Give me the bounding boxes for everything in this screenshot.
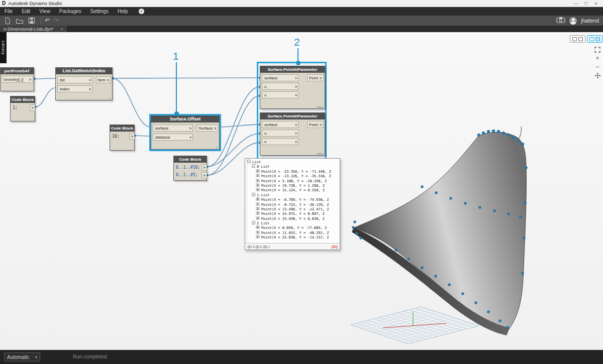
view-toggle-group [570, 35, 602, 43]
watch-item-row[interactable]: 1Point(X = -0.724, Y = -38.139, Z [247, 202, 339, 207]
port-surface-input[interactable]: surface> [262, 121, 298, 128]
collapse-icon[interactable]: − [252, 193, 255, 196]
background-preview-toggle[interactable] [587, 35, 602, 43]
port-code-output[interactable]: > [129, 133, 135, 140]
watch-group-row[interactable]: −0 List [247, 164, 339, 169]
port-surface-input[interactable]: surface> [153, 125, 193, 132]
port-point-output[interactable]: Point> [307, 74, 324, 81]
graph-canvas[interactable]: Library 1 2 portFromSAT Geometry[]..[]> … [0, 32, 603, 350]
watch-item-row[interactable]: 3Point(X = 19.726, Y = 1.288, Z [247, 183, 339, 188]
run-mode-dropdown[interactable]: Automatic ▾ [4, 352, 40, 361]
port-surface-output[interactable]: Surface> [196, 125, 218, 132]
open-file-button[interactable] [16, 17, 24, 25]
library-panel-tab[interactable]: Library [0, 32, 7, 63]
watch-group-row[interactable]: −2 List [247, 221, 339, 225]
minimize-button[interactable]: — [571, 1, 581, 6]
node-title[interactable]: Surface.PointAtParameter [260, 66, 325, 73]
watch-item-row[interactable]: 0Point(X = -8.769, Y = -74.936, Z [247, 197, 339, 202]
node-code-block-1[interactable]: Code Block 1; > [10, 96, 35, 122]
menu-view[interactable]: View [35, 7, 55, 16]
camera-icon [556, 17, 565, 23]
watch-root-row[interactable]: −List [247, 160, 339, 164]
watch-item-row[interactable]: 2Point(X = 5.100, Y = -10.256, Z [247, 179, 339, 183]
port-v-input[interactable]: v> [262, 138, 298, 145]
zoom-fit-button[interactable] [593, 46, 601, 53]
new-file-button[interactable] [4, 17, 11, 25]
port-point-output[interactable]: Point> [307, 121, 324, 128]
collapse-icon[interactable]: − [252, 221, 255, 224]
watch-item-row[interactable]: 4Point(X = 33.930, Y = 8.636, Z [247, 216, 339, 221]
maximize-button[interactable]: □ [581, 1, 591, 6]
lacing-indicator[interactable]: xxx [317, 152, 323, 155]
annotation-1-label[interactable]: 1 [173, 50, 179, 62]
list-levels-label[interactable]: @L3 @L2 @L1 [247, 245, 270, 249]
node-title[interactable]: List.GetItemAtIndex [56, 68, 112, 74]
close-button[interactable]: × [591, 1, 601, 6]
annotation-2-label[interactable]: 2 [294, 36, 300, 48]
workspace-tab[interactable]: n-Dimensional-Lists.dyn* × [0, 26, 67, 32]
watch-item-row[interactable]: 1Point(X = 11.853, Y = -40.291, Z [247, 230, 339, 235]
index-badge: 4 [256, 188, 260, 191]
watch-item-row[interactable]: 0Point(X = -23.358, Y = -71.448, Z [247, 169, 339, 174]
node-title[interactable]: Code Block [11, 96, 35, 103]
port-distance-input[interactable]: distance> [153, 134, 193, 141]
port-code-output[interactable]: > [30, 104, 35, 111]
watch-item-row[interactable]: 2Point(X = 13.498, Y = -12.471, Z [247, 207, 339, 211]
port-range2-output[interactable]: > [202, 172, 207, 179]
port-geometry-output[interactable]: Geometry[]..[]> [2, 76, 33, 83]
lacing-indicator[interactable]: l [217, 146, 218, 149]
node-title[interactable]: Surface.PointAtParameter [260, 113, 325, 119]
port-surface-input[interactable]: surface> [262, 74, 298, 81]
watch-item-row[interactable]: 4Point(X = 31.124, Y = 8.558, Z [247, 188, 339, 192]
port-list-input[interactable]: list> [57, 76, 92, 83]
node-surface-pointatparameter-2[interactable]: Surface.PointAtParameter surface> u> v> … [260, 112, 325, 156]
menu-edit[interactable]: Edit [17, 7, 35, 16]
item-count-badge: {50} [332, 245, 338, 249]
tabbar: n-Dimensional-Lists.dyn* × [0, 26, 603, 32]
menu-settings[interactable]: Settings [86, 7, 113, 16]
menu-file[interactable]: File [0, 7, 17, 16]
collapse-icon[interactable]: − [252, 164, 255, 168]
pan-button[interactable] [593, 72, 601, 79]
port-u-input[interactable]: u> [262, 83, 298, 90]
undo-button[interactable]: ↶ [45, 16, 50, 25]
menu-packages[interactable]: Packages [55, 7, 86, 16]
node-surface-pointatparameter-1[interactable]: Surface.PointAtParameter surface> u> v> … [260, 66, 325, 109]
node-surface-offset[interactable]: Surface.Offset surface> distance> Surfac… [151, 115, 220, 150]
collapse-icon[interactable]: − [247, 160, 251, 163]
export-image-button[interactable] [556, 16, 565, 25]
zoom-out-button[interactable]: − [593, 63, 601, 70]
node-import-from-sat[interactable]: portFromSAT Geometry[]..[]> [0, 67, 34, 91]
watch-item-row[interactable]: 2Point(X = 22.036, Y = -14.157, Z [247, 235, 339, 239]
node-title[interactable]: Code Block [110, 125, 134, 132]
save-button[interactable] [28, 17, 35, 25]
watch-item-row[interactable]: 1Point(X = -13.126, Y = -35.316, Z [247, 174, 339, 178]
node-title[interactable]: Code Block [174, 156, 207, 163]
node-list-getitematindex[interactable]: List.GetItemAtIndex list> index> item> l [55, 67, 113, 100]
data-preview-bubble[interactable]: −List −0 List0Point(X = -23.358, Y = -71… [245, 158, 340, 250]
node-code-block-range[interactable]: Code Block 0..1..#10; 0..1..#5; > > [173, 156, 207, 181]
watch-item-row[interactable]: 0Point(X = 6.056, Y = -77.605, Z [247, 225, 339, 230]
notifications-icon[interactable]: ! [139, 9, 144, 14]
node-title[interactable]: portFromSAT [1, 68, 34, 74]
graph-icon [572, 37, 577, 41]
lacing-indicator[interactable]: xxx [317, 105, 323, 108]
port-item-output[interactable]: item> [96, 76, 111, 83]
port-range1-output[interactable]: > [202, 164, 207, 171]
port-u-input[interactable]: u> [262, 130, 298, 137]
port-v-input[interactable]: v> [262, 91, 298, 98]
annotation-1-line [176, 62, 177, 112]
preview-list: −List −0 List0Point(X = -23.358, Y = -71… [247, 160, 339, 242]
tab-close-icon[interactable]: × [61, 27, 63, 32]
node-title[interactable]: Surface.Offset [151, 116, 219, 123]
menu-help[interactable]: Help [113, 7, 133, 16]
port-index-input[interactable]: index> [57, 85, 92, 92]
zoom-in-button[interactable]: + [593, 55, 601, 62]
lacing-indicator[interactable]: l [110, 97, 111, 100]
user-avatar[interactable] [569, 17, 577, 25]
watch-item-row[interactable]: 3Point(X = 24.975, Y = 0.097, Z [247, 211, 339, 216]
graph-view-toggle[interactable] [570, 35, 585, 43]
watch-group-row[interactable]: −1 List [247, 193, 339, 197]
redo-button[interactable]: ↷ [54, 16, 59, 25]
node-code-block-10[interactable]: Code Block 10; > [110, 125, 135, 151]
